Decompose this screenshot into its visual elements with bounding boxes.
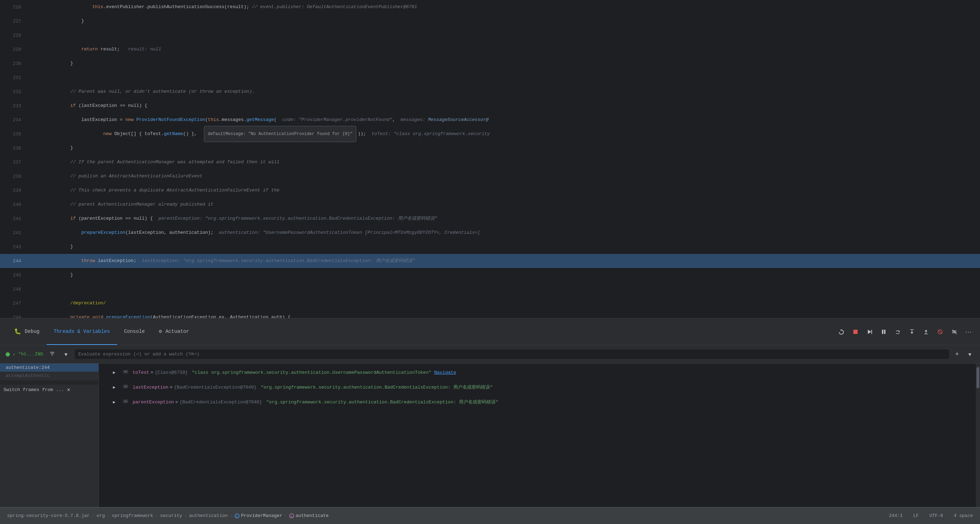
breadcrumb-sep-2: › — [155, 513, 158, 518]
breadcrumb-sep-0: › — [92, 513, 95, 518]
debug-tab-label: Debug — [25, 329, 40, 334]
line-num-246: 246 — [0, 287, 28, 292]
svg-marker-11 — [924, 330, 928, 332]
var-eq-toTest: = — [151, 370, 153, 375]
frame-attempt-authenticate[interactable]: attemptAuthentic — [0, 372, 99, 380]
edit-settings-button[interactable] — [950, 327, 959, 337]
add-watch-button[interactable]: + — [953, 350, 961, 359]
variables-list: ▶ toTest = {Class@6739} "class org.sprin… — [99, 364, 976, 507]
var-row-parentException[interactable]: ▶ parentException = {BadCredentialsExcep… — [99, 395, 976, 410]
line-num-233: 233 — [0, 103, 28, 109]
breadcrumb-provider-manager[interactable]: ProviderManager — [241, 513, 282, 518]
encoding: UTF-8 — [929, 513, 943, 518]
code-lines: 226 this.eventPublisher.publishAuthentic… — [0, 0, 980, 318]
eval-expression-input[interactable] — [75, 349, 949, 359]
breadcrumb-org[interactable]: org — [97, 513, 105, 518]
var-name-lastException: lastException — [133, 385, 168, 390]
line-num-231: 231 — [0, 75, 28, 80]
run-name[interactable]: "ht...ING — [18, 352, 43, 357]
svg-rect-4 — [884, 330, 885, 334]
svg-rect-19 — [124, 386, 127, 387]
tab-actuator[interactable]: ⚙ Actuator — [152, 318, 196, 345]
line-num-237: 237 — [0, 160, 28, 165]
line-num-242: 242 — [0, 230, 28, 235]
frame-authenticate[interactable]: authenticate:244 — [0, 364, 99, 372]
line-ending: LF — [913, 513, 919, 518]
run-label: ✓ — [13, 352, 16, 357]
line-num-245: 245 — [0, 273, 28, 278]
thread-dropdown[interactable]: ▼ — [61, 351, 70, 358]
variables-panel: ✓ "ht...ING ▼ + ▼ authenticate:244 attem… — [0, 345, 980, 507]
line-content-249: this.eventPublisher.publishAuthenticatio… — [28, 310, 980, 318]
watch-dropdown[interactable]: ▼ — [965, 351, 974, 358]
var-icon-lastException — [123, 384, 130, 391]
step-into-button[interactable] — [907, 327, 916, 337]
switch-frames-label: Switch frames from ... — [3, 387, 64, 392]
svg-marker-8 — [910, 332, 913, 334]
line-num-239: 239 — [0, 188, 28, 193]
code-editor: 226 this.eventPublisher.publishAuthentic… — [0, 0, 980, 318]
svg-marker-1 — [868, 330, 871, 334]
expand-icon-toTest[interactable]: ▶ — [113, 370, 120, 375]
navigate-link-toTest[interactable]: Navigate — [434, 370, 456, 375]
mute-button[interactable] — [935, 327, 945, 337]
var-value-toTest: "class org.springframework.security.auth… — [189, 370, 431, 375]
close-frames-button[interactable]: ✕ — [67, 386, 70, 393]
line-num-248: 248 — [0, 315, 28, 318]
tab-debug[interactable]: 🐛 Debug — [7, 318, 46, 345]
frame-collapse-indicator — [0, 381, 99, 385]
svg-text:C: C — [236, 515, 238, 518]
breadcrumb-springframework[interactable]: springframework — [112, 513, 153, 518]
line-num-240: 240 — [0, 202, 28, 207]
svg-rect-21 — [124, 400, 127, 402]
frame-list: authenticate:244 attemptAuthentic Switch… — [0, 364, 99, 507]
expand-icon-lastException[interactable]: ▶ — [113, 385, 120, 390]
panel-content: authenticate:244 attemptAuthentic Switch… — [0, 364, 980, 507]
restart-button[interactable] — [837, 327, 846, 337]
step-over-button[interactable] — [893, 327, 902, 337]
line-num-230: 230 — [0, 61, 28, 66]
vars-scrollbar[interactable] — [976, 364, 980, 507]
status-right: 244:1 LF UTF-8 4 space — [889, 513, 973, 518]
tab-threads-variables[interactable]: Threads & Variables — [46, 318, 117, 345]
debug-icon: 🐛 — [14, 328, 21, 335]
line-num-232: 232 — [0, 89, 28, 95]
tab-console[interactable]: Console — [117, 318, 152, 345]
expand-icon-parentException[interactable]: ▶ — [113, 400, 120, 405]
line-num-229: 229 — [0, 47, 28, 52]
line-num-244: 244 — [0, 259, 28, 264]
run-indicator: ✓ "ht...ING — [6, 352, 43, 357]
line-num-234: 234 — [0, 118, 28, 123]
var-eq-lastException: = — [170, 385, 172, 390]
line-num-241: 241 — [0, 216, 28, 221]
var-row-toTest[interactable]: ▶ toTest = {Class@6739} "class org.sprin… — [99, 365, 976, 380]
more-icon: ⋯ — [965, 328, 972, 336]
line-num-235: 235 — [0, 132, 28, 137]
debug-toolbar-buttons: ⋯ — [837, 327, 973, 337]
code-line-227: 227 } — [0, 14, 980, 28]
more-options-button[interactable]: ⋯ — [964, 327, 973, 337]
resume-button[interactable] — [865, 327, 874, 337]
line-num-243: 243 — [0, 245, 28, 250]
breadcrumb-method: m authenticate — [289, 513, 329, 518]
var-icon-toTest — [123, 369, 130, 376]
svg-rect-0 — [853, 330, 858, 334]
var-value-lastException: "org.springframework.security.authentica… — [258, 384, 493, 391]
breadcrumb-authenticate[interactable]: authenticate — [296, 513, 329, 518]
breadcrumb: spring-security-core-5.7.8.jar › org › s… — [7, 513, 889, 518]
var-row-lastException[interactable]: ▶ lastException = {BadCredentialsExcepti… — [99, 380, 976, 395]
vars-scrollbar-thumb[interactable] — [977, 367, 979, 388]
line-num-227: 227 — [0, 19, 28, 24]
step-out-button[interactable] — [921, 327, 931, 337]
breadcrumb-class: C ProviderManager — [235, 513, 282, 518]
breadcrumb-security[interactable]: security — [160, 513, 182, 518]
stop-button[interactable] — [851, 327, 860, 337]
var-value-parentException: "org.springframework.security.authentica… — [264, 399, 498, 405]
svg-rect-2 — [871, 330, 872, 334]
pause-button[interactable] — [879, 327, 888, 337]
var-name-parentException: parentException — [133, 400, 174, 405]
svg-rect-17 — [124, 371, 127, 372]
svg-text:m: m — [291, 515, 293, 518]
filter-button[interactable] — [47, 350, 57, 359]
breadcrumb-authentication[interactable]: authentication — [189, 513, 228, 518]
